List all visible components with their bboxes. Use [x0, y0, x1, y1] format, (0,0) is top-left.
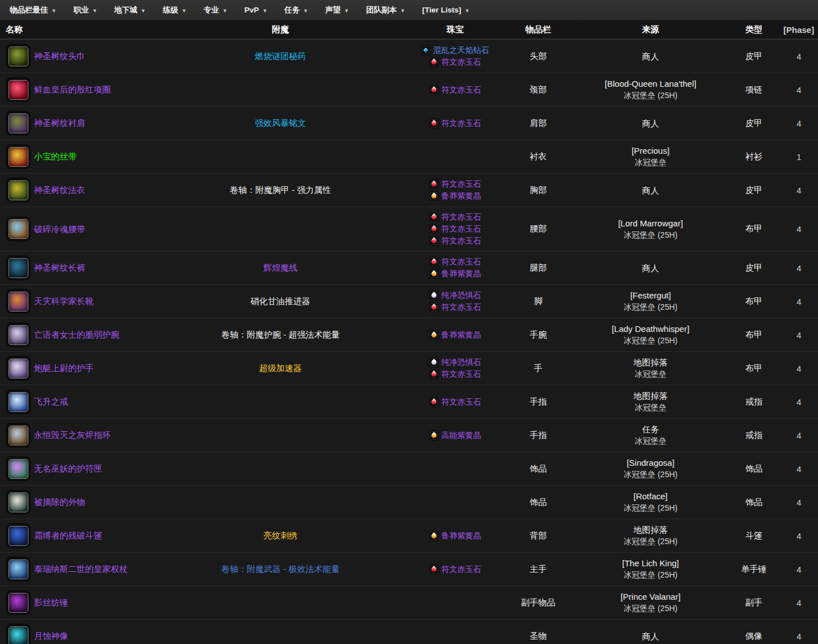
gem-link[interactable]: 符文赤玉石 [442, 396, 481, 408]
bracers-item-icon[interactable] [6, 322, 31, 347]
item-name-link[interactable]: 炮艇上尉的护手 [34, 363, 94, 373]
item-name-link[interactable]: 月蚀神像 [34, 631, 68, 641]
source-line2[interactable]: 冰冠堡垒 (25H) [577, 335, 724, 347]
item-name-link[interactable]: 鲜血皇后的殷红项圈 [34, 85, 111, 95]
ring-item-icon[interactable] [6, 389, 31, 414]
source-line2[interactable]: 冰冠堡垒 (25H) [577, 603, 724, 614]
column-header-gems[interactable]: 珠宝 [411, 24, 500, 35]
gem-entry[interactable]: 鲁莽紫黄晶 [411, 530, 500, 542]
enchant-link[interactable]: 卷轴：附魔护腕 - 超强法术能量 [221, 330, 339, 339]
source-line2[interactable]: 冰冠堡垒 (25H) [577, 90, 724, 102]
gem-entry[interactable]: 符文赤玉石 [411, 235, 500, 247]
item-name-link[interactable]: 飞升之戒 [34, 397, 68, 407]
nav-menu-item[interactable]: 练级 ▼ [154, 0, 195, 20]
nav-menu-item[interactable]: 团队副本 ▼ [358, 0, 414, 20]
boots-item-icon[interactable] [6, 289, 31, 314]
source-line1[interactable]: [Lady Deathwhisper] [577, 323, 724, 335]
column-header-source[interactable]: 来源 [577, 24, 724, 35]
gem-entry[interactable]: 符文赤玉石 [411, 396, 500, 408]
enchant-link[interactable]: 超级加速器 [259, 363, 302, 373]
mace-item-icon[interactable] [6, 557, 31, 582]
gem-entry[interactable]: 符文赤玉石 [411, 368, 500, 380]
gem-entry[interactable]: 混乱之天焰钻石 [411, 44, 500, 56]
gem-entry[interactable]: 符文赤玉石 [411, 56, 500, 68]
gem-entry[interactable]: 符文赤玉石 [411, 84, 500, 96]
source-line2[interactable]: 冰冠堡垒 (25H) [577, 229, 724, 241]
source-line1[interactable]: [Prince Valanar] [577, 591, 724, 603]
item-name-link[interactable]: 亡语者女士的脆弱护腕 [34, 330, 119, 340]
item-name-link[interactable]: 神圣树纹头巾 [34, 51, 85, 61]
gem-entry[interactable]: 符文赤玉石 [411, 301, 500, 313]
trinket-item-icon[interactable] [6, 490, 31, 515]
item-name-link[interactable]: 被摘除的外物 [34, 497, 85, 507]
nav-menu-item[interactable]: 职业 ▼ [65, 0, 106, 20]
column-header-type[interactable]: 类型 [724, 24, 783, 35]
gem-link[interactable]: 符文赤玉石 [442, 117, 481, 129]
shoulder-item-icon[interactable] [6, 111, 31, 136]
nav-menu-item[interactable]: PvP ▼ [236, 0, 276, 20]
gem-entry[interactable]: 符文赤玉石 [411, 211, 500, 223]
nav-menu-item[interactable]: 地下城 ▼ [106, 0, 154, 20]
gem-link[interactable]: 符文赤玉石 [442, 235, 481, 247]
gem-entry[interactable]: 符文赤玉石 [411, 178, 500, 190]
gem-entry[interactable]: 鲁莽紫黄晶 [411, 268, 500, 280]
source-line2[interactable]: 冰冠堡垒 (25H) [577, 469, 724, 481]
gem-entry[interactable]: 高能紫黄晶 [411, 430, 500, 441]
item-name-link[interactable]: 破碎冷魂腰带 [34, 224, 85, 234]
source-line2[interactable]: 冰冠堡垒 (25H) [577, 569, 724, 581]
gem-link[interactable]: 鲁莽紫黄晶 [442, 268, 481, 280]
gem-entry[interactable]: 符文赤玉石 [411, 223, 500, 235]
item-name-link[interactable]: 神圣树纹衬肩 [34, 118, 85, 128]
gem-link[interactable]: 符文赤玉石 [442, 368, 481, 380]
gem-link[interactable]: 鲁莽紫黄晶 [442, 329, 481, 341]
gem-link[interactable]: 符文赤玉石 [442, 178, 481, 190]
enchant-link[interactable]: 强效风暴铭文 [255, 118, 306, 128]
nav-menu-item[interactable]: 声望 ▼ [317, 0, 358, 20]
gem-link[interactable]: 符文赤玉石 [442, 256, 481, 268]
gem-entry[interactable]: 符文赤玉石 [411, 563, 500, 575]
item-name-link[interactable]: 神圣树纹法衣 [34, 185, 85, 195]
enchant-link[interactable]: 硝化甘油推进器 [251, 296, 311, 306]
column-header-name[interactable]: 名称 [0, 24, 150, 35]
source-line2[interactable]: 冰冠堡垒 [577, 402, 724, 414]
enchant-link[interactable]: 辉煌魔线 [263, 263, 297, 272]
item-name-link[interactable]: 神圣树纹长裤 [34, 263, 85, 273]
column-header-slot[interactable]: 物品栏 [500, 24, 577, 35]
gem-link[interactable]: 纯净恐惧石 [442, 356, 481, 368]
source-line1[interactable]: [Blood-Queen Lana'thel] [577, 78, 724, 90]
enchant-link[interactable]: 卷轴：附魔武器 - 极效法术能量 [221, 564, 339, 574]
gem-link[interactable]: 高能紫黄晶 [442, 430, 481, 441]
source-line1[interactable]: [Rotface] [577, 490, 724, 502]
gem-entry[interactable]: 鲁莽紫黄晶 [411, 190, 500, 202]
item-name-link[interactable]: 永恒毁灭之灰烬指环 [34, 430, 111, 440]
source-line2[interactable]: 冰冠堡垒 (25H) [577, 536, 724, 548]
gem-link[interactable]: 鲁莽紫黄晶 [442, 190, 481, 202]
gem-entry[interactable]: 纯净恐惧石 [411, 356, 500, 368]
gloves-item-icon[interactable] [6, 356, 31, 381]
source-line1[interactable]: [Sindragosa] [577, 457, 724, 469]
source-line1[interactable]: [Lord Marrowgar] [577, 217, 724, 229]
source-line1[interactable]: [The Lich King] [577, 557, 724, 569]
item-name-link[interactable]: 影丝纺锤 [34, 597, 68, 608]
offhand-item-icon[interactable] [6, 590, 31, 615]
item-name-link[interactable]: 小宝的丝带 [34, 151, 77, 162]
necklace-item-icon[interactable] [6, 77, 31, 102]
gem-link[interactable]: 符文赤玉石 [442, 211, 481, 223]
gem-link[interactable]: 纯净恐惧石 [442, 289, 481, 301]
column-header-phase[interactable]: [Phase] [783, 25, 818, 35]
gem-link[interactable]: 符文赤玉石 [442, 563, 481, 575]
gem-entry[interactable]: 符文赤玉石 [411, 117, 500, 129]
chest-item-icon[interactable] [6, 178, 31, 203]
enchant-link[interactable]: 亮纹刺绣 [263, 531, 297, 540]
source-line1[interactable]: [Precious] [577, 145, 724, 157]
idol-item-icon[interactable] [6, 624, 31, 644]
enchant-link[interactable]: 卷轴：附魔胸甲 - 强力属性 [230, 185, 331, 195]
nav-menu-item[interactable]: 专业 ▼ [195, 0, 236, 20]
gem-link[interactable]: 符文赤玉石 [442, 301, 481, 313]
source-line2[interactable]: 冰冠堡垒 [577, 435, 724, 447]
source-line2[interactable]: 冰冠堡垒 [577, 368, 724, 380]
gem-entry[interactable]: 鲁莽紫黄晶 [411, 329, 500, 341]
shirt-item-icon[interactable] [6, 144, 31, 169]
item-name-link[interactable]: 霜缚者的残破斗篷 [34, 531, 102, 541]
belt-item-icon[interactable] [6, 217, 31, 242]
